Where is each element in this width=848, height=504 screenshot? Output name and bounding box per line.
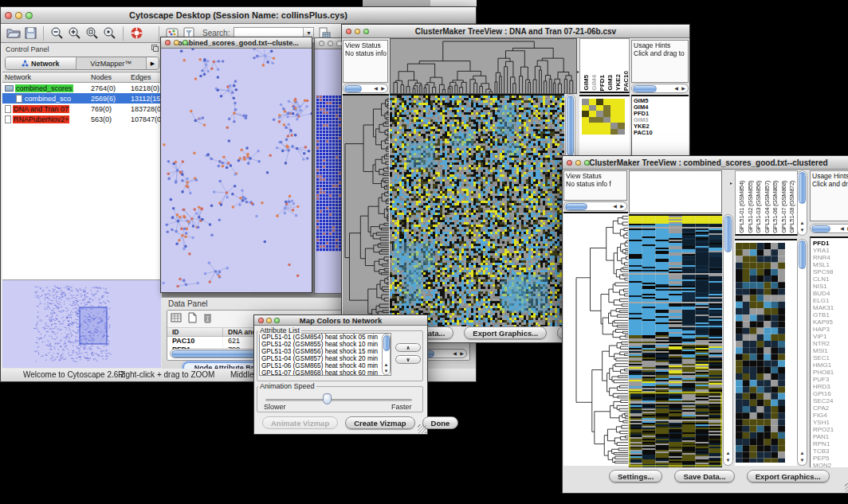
delete-attribute-icon[interactable] <box>202 312 213 326</box>
attribute-item[interactable]: GPL51-07 (GSM868) heat shock 60 min <box>260 369 391 376</box>
attribute-item[interactable]: GPL51-04 (GSM857) heat shock 20 min <box>260 355 391 362</box>
zoom-button[interactable] <box>274 318 280 323</box>
gene-label[interactable]: CPA2 <box>813 404 848 412</box>
zoom-out-icon[interactable] <box>50 26 64 40</box>
minimize-button[interactable] <box>174 40 179 45</box>
tv2-settings-button[interactable]: Settings... <box>609 470 662 483</box>
gene-label[interactable]: HAP3 <box>813 326 848 333</box>
scroll-up-icon[interactable]: ▲ <box>800 220 805 227</box>
scroll-left-icon[interactable]: ◀ <box>673 84 680 92</box>
gene-label[interactable]: VIP1 <box>813 333 848 340</box>
zoom-button[interactable] <box>584 160 590 166</box>
tv2-zoom-vscrollbar[interactable]: ▲▼ <box>797 239 807 466</box>
scroll-right-icon[interactable]: ▶ <box>680 84 687 92</box>
minimize-button[interactable] <box>266 318 272 323</box>
zoom-selected-icon[interactable] <box>103 26 116 40</box>
gene-label[interactable]: ELG1 <box>813 297 848 304</box>
open-session-icon[interactable] <box>6 27 21 40</box>
zoom-button[interactable] <box>336 41 342 46</box>
gene-label[interactable]: SEC24 <box>813 397 848 404</box>
resize-grip[interactable] <box>418 424 426 433</box>
new-attribute-icon[interactable] <box>186 312 198 326</box>
gene-label[interactable]: RPO21 <box>813 426 848 433</box>
gene-label[interactable]: MSI1 <box>813 347 848 354</box>
gene-label[interactable]: SEC1 <box>813 354 848 361</box>
tv2-zoom-heatmap[interactable] <box>736 243 785 463</box>
gene-label[interactable]: MON2 <box>813 462 848 467</box>
float-panel-icon[interactable] <box>151 45 159 53</box>
network-table-row[interactable]: combined_scores2764(0)16218(0) <box>2 83 162 93</box>
tv1-heatmap[interactable] <box>390 94 564 326</box>
gene-label[interactable]: PFD1 <box>813 240 848 247</box>
close-button[interactable] <box>165 40 171 45</box>
tv1-status-hscrollbar[interactable]: ◀▶ <box>343 84 388 93</box>
scroll-down-icon[interactable]: ▼ <box>384 368 389 374</box>
tv2-heatmap-vscrollbar[interactable]: ▲▼ <box>723 214 733 466</box>
gene-label[interactable]: CLN1 <box>813 275 848 283</box>
scroll-right-icon[interactable]: ▶ <box>458 350 465 357</box>
attribute-list-vscrollbar[interactable]: ▲ ▼ <box>382 334 391 375</box>
gene-label[interactable]: PHO81 <box>813 369 848 376</box>
gene-label[interactable]: FIG4 <box>813 412 848 419</box>
tab-network[interactable]: Network <box>6 57 77 69</box>
gene-label[interactable]: GTB1 <box>813 311 848 318</box>
gene-label[interactable]: PAN1 <box>813 433 848 440</box>
scroll-down-icon[interactable]: ▼ <box>800 227 805 234</box>
scroll-left-icon[interactable]: ◀ <box>372 84 379 92</box>
scroll-right-icon[interactable]: ▶ <box>379 84 387 92</box>
save-session-icon[interactable] <box>25 27 37 39</box>
tv2-hints-hscrollbar[interactable]: ◀▶ <box>810 224 848 233</box>
gene-label[interactable]: RPN1 <box>813 440 848 447</box>
animate-vizmap-button[interactable]: Animate Vizmap <box>262 416 338 429</box>
minimize-button[interactable] <box>328 41 333 46</box>
attribute-item[interactable]: GPL51-02 (GSM855) heat shock 10 min <box>260 341 391 348</box>
collapse-arrow-icon[interactable]: ▸ <box>730 180 732 186</box>
gene-label[interactable]: PUF3 <box>813 376 848 383</box>
gene-label[interactable]: BUD4 <box>813 290 848 297</box>
tv2-titlebar[interactable]: ClusterMaker TreeView : combined_scores_… <box>563 156 848 170</box>
dialog-titlebar[interactable]: Map Colors to Network <box>254 315 427 326</box>
tv2-status-hscrollbar[interactable]: ◀▶ <box>563 201 627 211</box>
main-titlebar[interactable]: Cytoscape Desktop (Session Name: collins… <box>1 7 476 24</box>
close-button[interactable] <box>346 29 351 34</box>
zoom-button[interactable] <box>183 40 188 45</box>
gene-label[interactable]: HMG1 <box>813 361 848 369</box>
gene-label[interactable]: RNR4 <box>813 254 848 261</box>
scroll-left-icon[interactable]: ◀ <box>451 350 458 357</box>
gene-label[interactable]: NIS1 <box>813 283 848 290</box>
scroll-left-icon[interactable]: ◀ <box>611 202 618 210</box>
network-canvas[interactable] <box>161 49 312 292</box>
scroll-right-icon[interactable]: ▶ <box>618 202 626 210</box>
close-button[interactable] <box>319 41 324 46</box>
attribute-item[interactable]: GPL51-06 (GSM865) heat shock 40 min <box>260 362 391 369</box>
gene-label[interactable]: YSH1 <box>813 419 848 426</box>
tv2-heatmap[interactable] <box>629 214 722 467</box>
gene-label[interactable]: MSL1 <box>813 261 848 268</box>
move-down-button[interactable]: ∨ <box>395 355 421 364</box>
minimize-button[interactable] <box>15 12 22 19</box>
select-attributes-icon[interactable] <box>171 312 182 326</box>
gene-label[interactable]: TCB3 <box>813 447 848 455</box>
gene-label[interactable]: HRD3 <box>813 383 848 390</box>
minimize-button[interactable] <box>355 29 360 34</box>
tv2-save-data-button[interactable]: Save Data... <box>674 470 734 483</box>
tv1-hints-hscrollbar[interactable]: ◀▶ <box>631 84 689 93</box>
tv1-column-dendrogram[interactable] <box>390 38 577 94</box>
zoom-button[interactable] <box>363 29 369 34</box>
zoom-fit-icon[interactable] <box>85 26 99 40</box>
move-up-button[interactable]: ∧ <box>395 343 421 352</box>
tv1-export-graphics-button[interactable]: Export Graphics... <box>464 326 547 339</box>
scroll-up-icon[interactable]: ▲ <box>384 361 389 368</box>
network-overview-canvas[interactable] <box>2 280 161 368</box>
tv2-column-dendrogram-area[interactable] <box>629 170 722 213</box>
gene-label[interactable]: PEP5 <box>813 455 848 462</box>
scroll-down-icon[interactable]: ▼ <box>726 457 731 464</box>
tab-vizmapper[interactable]: VizMapper™ <box>77 57 147 69</box>
tv2-labels-vscrollbar[interactable]: ▲▼ <box>797 170 807 236</box>
scroll-left-icon[interactable]: ◀ <box>838 225 846 232</box>
tv1-titlebar[interactable]: ClusterMaker TreeView : DNA and Tran 07-… <box>342 25 689 38</box>
close-button[interactable] <box>258 318 264 323</box>
tv1-similarity-matrix[interactable] <box>582 99 625 135</box>
tv1-gene-dendrogram[interactable] <box>343 94 389 326</box>
attribute-item[interactable]: GPL51-03 (GSM856) heat shock 15 min <box>260 348 391 355</box>
